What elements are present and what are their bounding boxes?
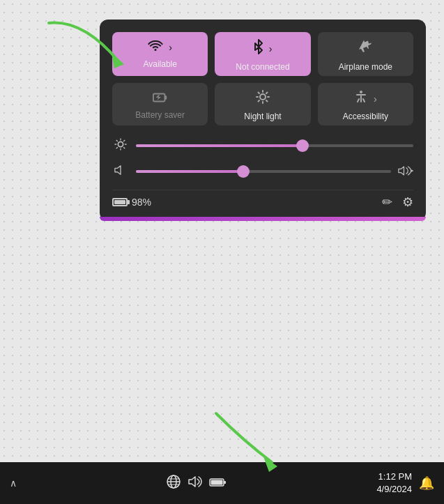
bluetooth-label: Not connected	[236, 62, 289, 72]
accessibility-chevron-icon: ›	[374, 93, 377, 105]
svg-rect-29	[224, 481, 226, 484]
battery-taskbar-icon[interactable]	[209, 476, 227, 491]
night-light-button[interactable]: Night light	[215, 83, 310, 125]
volume-slider-row	[112, 165, 413, 178]
taskbar-system-icons	[166, 474, 227, 493]
brightness-icon	[112, 138, 129, 153]
svg-line-9	[258, 93, 259, 94]
accessibility-icon	[354, 90, 368, 107]
volume-end-icon[interactable]	[398, 165, 413, 178]
bluetooth-icon	[254, 39, 263, 58]
airplane-icon	[358, 39, 373, 58]
battery-percent: 98%	[132, 197, 151, 208]
bluetooth-chevron-icon: ›	[269, 43, 273, 54]
svg-point-4	[260, 94, 266, 100]
edit-icon[interactable]: ✏	[382, 194, 392, 210]
svg-line-11	[266, 93, 268, 94]
taskbar-left: ∧	[10, 478, 17, 489]
volume-icon	[112, 165, 129, 178]
battery-saver-label: Battery saver	[135, 110, 185, 120]
top-button-row: › Available › Not connected	[112, 32, 413, 76]
brightness-thumb[interactable]	[296, 139, 309, 152]
airplane-button[interactable]: Airplane mode	[318, 32, 413, 76]
svg-rect-30	[211, 480, 223, 484]
volume-thumb[interactable]	[237, 165, 250, 178]
taskbar-time-value: 1:12 PM	[376, 471, 412, 483]
notification-bell-icon[interactable]: 🔔	[419, 475, 434, 491]
svg-line-19	[116, 140, 117, 141]
wifi-chevron-icon: ›	[169, 42, 172, 53]
footer-actions: ✏ ⚙	[382, 194, 413, 210]
bluetooth-button[interactable]: › Not connected	[215, 32, 310, 76]
battery-saver-button[interactable]: Battery saver	[112, 83, 208, 125]
airplane-label: Airplane mode	[339, 62, 392, 72]
taskbar-right: 1:12 PM 4/9/2024 🔔	[376, 471, 434, 496]
volume-track[interactable]	[136, 170, 391, 173]
second-button-row: Battery saver	[112, 83, 413, 125]
svg-point-13	[360, 91, 362, 93]
svg-marker-1	[263, 457, 277, 472]
arrow-top-icon	[42, 13, 132, 75]
wifi-label: Available	[143, 59, 176, 69]
taskbar-clock[interactable]: 1:12 PM 4/9/2024	[376, 471, 412, 496]
accessibility-button[interactable]: › Accessibility	[318, 83, 413, 125]
svg-line-20	[124, 148, 125, 148]
battery-status: 98%	[112, 197, 151, 208]
arrow-bottom-icon	[202, 406, 293, 476]
panel-footer: 98% ✏ ⚙	[112, 190, 413, 210]
purple-bar	[100, 217, 426, 221]
svg-line-21	[124, 140, 125, 141]
svg-line-22	[116, 148, 117, 148]
globe-icon[interactable]	[166, 474, 181, 493]
wifi-icon	[148, 39, 163, 55]
sun-icon	[256, 90, 270, 107]
taskbar-date-value: 4/9/2024	[376, 483, 412, 496]
quick-settings-panel: › Available › Not connected	[100, 20, 426, 221]
svg-line-12	[258, 100, 259, 102]
night-light-label: Night light	[244, 112, 281, 121]
sliders-section	[112, 138, 413, 178]
chevron-up-icon[interactable]: ∧	[10, 478, 17, 489]
svg-rect-3	[164, 96, 167, 100]
brightness-slider-row	[112, 138, 413, 153]
svg-point-14	[118, 142, 123, 146]
accessibility-label: Accessibility	[343, 112, 388, 121]
settings-icon[interactable]: ⚙	[402, 194, 413, 210]
battery-icon	[112, 198, 128, 206]
svg-marker-0	[112, 53, 124, 68]
battery-saver-icon	[153, 90, 168, 106]
speaker-icon[interactable]	[188, 476, 202, 491]
svg-line-10	[266, 100, 268, 102]
brightness-track[interactable]	[136, 144, 413, 147]
